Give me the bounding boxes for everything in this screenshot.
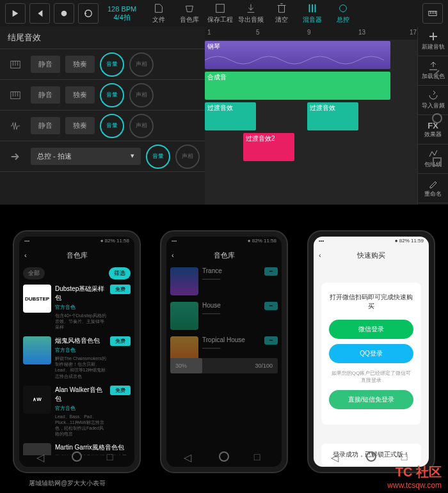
android-nav: ◁ □ (319, 449, 424, 464)
page-title: 音色库 (67, 251, 88, 260)
pack-desc: 解锁The Chainsmokers的制作秘密！包含贝斯、Lead、和弦等12种… (55, 356, 106, 379)
master-button[interactable]: 总控 (330, 3, 356, 24)
volume-knob[interactable]: 音量 (100, 114, 124, 138)
rewind-button[interactable] (29, 3, 50, 24)
volume-knob[interactable]: 音量 (146, 145, 170, 169)
pan-knob[interactable]: 声相 (129, 52, 154, 77)
sound-pack[interactable]: DUBSTEP Dubstep基础采样包官方音色包含40+个Dubstep风格的… (23, 285, 131, 330)
qq-login-button[interactable]: QQ登录 (329, 344, 413, 363)
page-header: ‹音色库 (166, 247, 282, 263)
status-bar: •••● 82% 11:58 (19, 237, 134, 247)
pack-thumbnail (23, 336, 51, 364)
keyboard-button[interactable] (422, 3, 443, 24)
clip-fx3[interactable]: 过渡音效2 (243, 133, 294, 161)
track-panel: 结尾音效 静音 独奏 音量 声相 静音 独奏 音量 声相 静音 独奏 音量 声相 (0, 27, 205, 205)
solo-button[interactable]: 独奏 (65, 56, 95, 73)
filter-button[interactable]: 筛选 (109, 267, 131, 279)
recent-icon[interactable] (431, 156, 443, 168)
volume-knob[interactable]: 音量 (100, 52, 124, 77)
pack-button: ━ (264, 302, 278, 310)
svg-rect-1 (216, 4, 225, 13)
wechat-login-button[interactable]: 微信登录 (329, 320, 413, 339)
track-row[interactable]: 静音 独奏 音量 声相 (0, 49, 205, 80)
pack-download-button[interactable]: 免费 (110, 336, 131, 346)
mute-button[interactable]: 静音 (31, 86, 60, 104)
pack-title: House (202, 302, 260, 309)
back-icon[interactable]: ‹ (24, 251, 27, 259)
login-tip: 如果您的QQ账户已经绑定了微信可直接登录 (329, 370, 413, 384)
mute-button[interactable]: 静音 (31, 56, 60, 73)
recent-icon[interactable]: □ (107, 451, 117, 462)
toolbar: 128 BPM 4/4拍 文件 音色库 保存工程 导出音频 清空 混音器 总控 (0, 0, 448, 27)
pan-knob[interactable]: 声相 (129, 114, 154, 138)
page-title: 快速购买 (357, 251, 385, 260)
pack-subtitle: 官方音色 (55, 405, 106, 412)
track-row[interactable]: 静音 独奏 音量 声相 (0, 111, 205, 141)
send-icon (5, 146, 26, 167)
filter-all[interactable]: 全部 (23, 267, 45, 279)
login-box: 打开微信扫码即可完成快速购买 微信登录 QQ登录 如果您的QQ账户已经绑定了微信… (321, 283, 421, 425)
save-project[interactable]: 保存工程 (207, 3, 234, 24)
home-button[interactable] (366, 451, 376, 462)
sms-login-button[interactable]: 直接/短信免登录 (329, 390, 413, 409)
wave-icon (5, 116, 26, 136)
pack-title: Dubstep基础采样包 (55, 285, 106, 302)
export-audio[interactable]: 导出音频 (237, 3, 264, 24)
back-icon[interactable] (431, 69, 443, 81)
pack-desc: Lead、Bass、Pad、Pluck...11种AW标志性音色，轻松制作出Fa… (55, 414, 106, 437)
tempo-bpm: 128 BPM (108, 5, 136, 13)
pack-title: 烟鬼风格音色包 (55, 336, 106, 345)
timeline[interactable]: 1 5 9 13 17 钢琴 合成音 过渡音效 过渡音效 过渡音效2 (205, 27, 448, 205)
back-icon[interactable]: ‹ (319, 251, 321, 259)
sound-pack[interactable]: 烟鬼风格音色包官方音色解锁The Chainsmokers的制作秘密！包含贝斯、… (23, 336, 131, 379)
record-button[interactable] (54, 3, 74, 24)
home-button[interactable] (219, 451, 229, 462)
home-icon[interactable] (431, 113, 443, 124)
recent-icon[interactable]: □ (254, 451, 264, 462)
phone-mockup-2: •••● 82% 11:58 ‹音色库 Trance━━━━━━━ ━ Hous… (160, 230, 288, 473)
system-nav (426, 64, 448, 173)
track-row[interactable]: 静音 独奏 音量 声相 (0, 80, 205, 111)
tempo-display[interactable]: 128 BPM 4/4拍 (108, 5, 136, 22)
pack-subtitle: 官方音色 (55, 304, 106, 311)
svg-point-0 (61, 11, 67, 17)
piano-icon (5, 85, 26, 106)
pack-download-button[interactable]: 免费 (110, 386, 131, 395)
clip-synth[interactable]: 合成音 (205, 72, 390, 100)
ruler[interactable]: 1 5 9 13 17 (205, 27, 448, 40)
new-track-button[interactable]: 新建音轨 (418, 27, 448, 56)
play-button[interactable] (5, 3, 26, 24)
page-title: 音色库 (214, 251, 235, 260)
pack-title: Tropical House (202, 336, 260, 343)
volume-knob[interactable]: 音量 (100, 83, 124, 107)
mute-button[interactable]: 静音 (31, 117, 60, 134)
mixer-button[interactable]: 混音器 (299, 3, 326, 24)
file-menu[interactable]: 文件 (145, 3, 172, 24)
home-button[interactable] (72, 451, 82, 462)
clip-piano[interactable]: 钢琴 (205, 41, 390, 69)
pack-thumbnail: ∧W (23, 386, 51, 414)
master-dropdown[interactable]: 总控 - 拍速▾ (31, 148, 141, 165)
sound-library[interactable]: 音色库 (176, 3, 203, 24)
solo-button[interactable]: 独奏 (65, 117, 95, 134)
clear-button[interactable]: 清空 (268, 3, 295, 24)
back-icon[interactable]: ◁ (184, 451, 194, 462)
section-title: 结尾音效 (0, 27, 205, 49)
android-nav: ◁ □ (24, 449, 129, 464)
pan-knob[interactable]: 声相 (175, 145, 200, 169)
back-icon[interactable]: ◁ (331, 451, 341, 462)
master-row[interactable]: 总控 - 拍速▾ 音量 声相 (0, 141, 205, 172)
sound-pack: Trance━━━━━━━ ━ (170, 267, 278, 295)
pack-download-button[interactable]: 免费 (110, 285, 131, 294)
back-icon[interactable]: ‹ (172, 251, 174, 259)
sound-pack[interactable]: ∧W Alan Walker音色包官方音色Lead、Bass、Pad、Pluck… (23, 386, 131, 437)
loop-button[interactable] (78, 3, 99, 24)
recent-icon[interactable]: □ (401, 451, 412, 462)
login-subtitle: 打开微信扫码即可完成快速购买 (329, 293, 413, 311)
clip-fx1[interactable]: 过渡音效 (205, 102, 256, 130)
clip-fx2[interactable]: 过渡音效 (307, 102, 358, 130)
rename-button[interactable]: 重命名 (418, 174, 448, 203)
solo-button[interactable]: 独奏 (65, 86, 95, 104)
back-icon[interactable]: ◁ (36, 451, 47, 462)
pan-knob[interactable]: 声相 (129, 83, 154, 107)
